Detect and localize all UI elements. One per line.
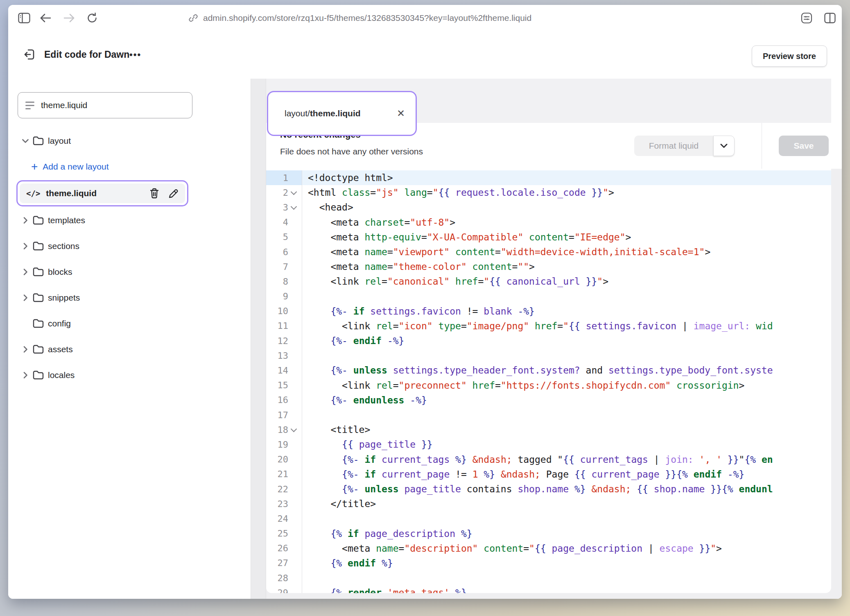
line-number-gutter[interactable]: 7: [266, 259, 302, 274]
search-input[interactable]: [40, 100, 165, 111]
line-number-gutter[interactable]: 14: [266, 363, 302, 378]
line-number-gutter[interactable]: 8: [266, 274, 302, 289]
split-view-icon[interactable]: [820, 5, 840, 31]
code-line[interactable]: 15 <link rel="preconnect" href="https://…: [266, 378, 831, 393]
line-number-gutter[interactable]: 28: [266, 571, 302, 585]
line-number-gutter[interactable]: 4: [266, 215, 302, 230]
code-line[interactable]: 22 {%- unless page_title contains shop.n…: [266, 482, 831, 496]
back-icon[interactable]: [35, 5, 56, 31]
line-number-gutter[interactable]: 23: [266, 496, 302, 511]
line-number-gutter[interactable]: 13: [266, 348, 302, 363]
sidebar-item-sections[interactable]: sections: [8, 233, 251, 259]
code-line[interactable]: 23 </title>: [266, 496, 831, 511]
sidebar-item-snippets[interactable]: snippets: [8, 285, 251, 310]
code-line[interactable]: 7 <meta name="theme-color" content="">: [266, 259, 831, 274]
save-button[interactable]: Save: [779, 136, 829, 156]
code-text[interactable]: <link rel="canonical" href="{{ canonical…: [302, 274, 831, 289]
code-line[interactable]: 5 <meta http-equiv="X-UA-Compatible" con…: [266, 230, 831, 245]
code-line[interactable]: 2<html class="js" lang="{{ request.local…: [266, 185, 831, 200]
code-line[interactable]: 8 <link rel="canonical" href="{{ canonic…: [266, 274, 831, 289]
chevron-down-icon[interactable]: [20, 138, 30, 143]
format-liquid-button[interactable]: Format liquid: [634, 136, 713, 156]
code-line[interactable]: 17: [266, 408, 831, 422]
code-line[interactable]: 13: [266, 348, 831, 363]
line-number-gutter[interactable]: 3: [266, 200, 302, 215]
reload-icon[interactable]: [82, 5, 102, 31]
code-text[interactable]: <meta http-equiv="X-UA-Compatible" conte…: [302, 230, 831, 245]
page-settings-icon[interactable]: [796, 5, 817, 31]
sidebar-item-config[interactable]: config: [8, 310, 251, 336]
code-text[interactable]: <meta name="theme-color" content="">: [302, 259, 831, 274]
chevron-right-icon[interactable]: [20, 217, 30, 224]
fold-toggle-icon[interactable]: [290, 426, 297, 433]
code-line[interactable]: 24: [266, 511, 831, 526]
fold-toggle-icon[interactable]: [290, 189, 297, 195]
code-text[interactable]: <!doctype html>: [302, 170, 831, 185]
code-text[interactable]: {{ page_title }}: [302, 437, 831, 452]
code-text[interactable]: <title>: [302, 422, 831, 437]
sidebar-toggle-icon[interactable]: [14, 5, 34, 31]
line-number-gutter[interactable]: 29: [266, 585, 302, 593]
code-line[interactable]: 21 {%- if current_page != 1 %} &ndash; P…: [266, 467, 831, 482]
preview-store-button[interactable]: Preview store: [752, 45, 827, 67]
line-number-gutter[interactable]: 24: [266, 511, 302, 526]
code-text[interactable]: {%- endunless -%}: [302, 393, 831, 408]
chevron-right-icon[interactable]: [20, 268, 30, 276]
sidebar-item-templates[interactable]: templates: [8, 207, 251, 233]
code-text[interactable]: {%- unless settings.type_header_font.sys…: [302, 363, 831, 378]
line-number-gutter[interactable]: 26: [266, 541, 302, 556]
line-number-gutter[interactable]: 9: [266, 289, 302, 304]
line-number-gutter[interactable]: 16: [266, 393, 302, 408]
code-text[interactable]: <meta name="viewport" content="width=dev…: [302, 245, 831, 259]
code-line[interactable]: 26 <meta name="description" content="{{ …: [266, 541, 831, 556]
sidebar-item-blocks[interactable]: blocks: [8, 259, 251, 285]
chevron-right-icon[interactable]: [20, 371, 30, 379]
more-actions-button[interactable]: •••: [129, 31, 141, 79]
code-line[interactable]: 6 <meta name="viewport" content="width=d…: [266, 245, 831, 259]
add-new-layout-link[interactable]: +Add a new layout: [8, 154, 251, 179]
code-line[interactable]: 11 <link rel="icon" type="image/png" hre…: [266, 319, 831, 333]
code-text[interactable]: [302, 289, 831, 304]
code-text[interactable]: <html class="js" lang="{{ request.locale…: [302, 185, 831, 200]
address-bar[interactable]: admin.shopify.com/store/rzq1xu-f5/themes…: [188, 5, 531, 31]
chevron-right-icon[interactable]: [20, 294, 30, 301]
code-text[interactable]: [302, 511, 831, 526]
tab-theme-liquid[interactable]: layout/theme.liquid ✕: [268, 108, 416, 119]
code-text[interactable]: <head>: [302, 200, 831, 215]
code-text[interactable]: {%- endif -%}: [302, 333, 831, 348]
code-line[interactable]: 10 {%- if settings.favicon != blank -%}: [266, 304, 831, 319]
line-number-gutter[interactable]: 15: [266, 378, 302, 393]
code-text[interactable]: {%- if current_tags %} &ndash; tagged "{…: [302, 452, 831, 467]
rename-file-icon[interactable]: [168, 188, 179, 199]
line-number-gutter[interactable]: 25: [266, 526, 302, 541]
line-number-gutter[interactable]: 17: [266, 408, 302, 422]
fold-toggle-icon[interactable]: [290, 204, 297, 210]
line-number-gutter[interactable]: 21: [266, 467, 302, 482]
line-number-gutter[interactable]: 18: [266, 422, 302, 437]
line-number-gutter[interactable]: 27: [266, 556, 302, 571]
line-number-gutter[interactable]: 1: [266, 170, 302, 185]
line-number-gutter[interactable]: 2: [266, 185, 302, 200]
sidebar-item-assets[interactable]: assets: [8, 336, 251, 362]
code-text[interactable]: {% endif %}: [302, 556, 831, 571]
line-number-gutter[interactable]: 5: [266, 230, 302, 245]
close-tab-icon[interactable]: ✕: [397, 108, 405, 119]
line-number-gutter[interactable]: 10: [266, 304, 302, 319]
code-editor[interactable]: 1<!doctype html>2<html class="js" lang="…: [266, 169, 831, 593]
file-search-box[interactable]: [18, 92, 192, 118]
code-line[interactable]: 20 {%- if current_tags %} &ndash; tagged…: [266, 452, 831, 467]
chevron-right-icon[interactable]: [20, 242, 30, 250]
code-text[interactable]: </title>: [302, 496, 831, 511]
code-text[interactable]: <meta charset="utf-8">: [302, 215, 831, 230]
code-line[interactable]: 25 {% if page_description %}: [266, 526, 831, 541]
code-text[interactable]: {%- if settings.favicon != blank -%}: [302, 304, 831, 319]
code-text[interactable]: [302, 571, 831, 585]
chevron-right-icon[interactable]: [20, 346, 30, 353]
code-text[interactable]: [302, 348, 831, 363]
line-number-gutter[interactable]: 19: [266, 437, 302, 452]
line-number-gutter[interactable]: 6: [266, 245, 302, 259]
code-line[interactable]: 18 <title>: [266, 422, 831, 437]
code-line[interactable]: 1<!doctype html>: [266, 170, 831, 185]
code-text[interactable]: <link rel="icon" type="image/png" href="…: [302, 319, 831, 333]
exit-editor-button[interactable]: [20, 45, 38, 63]
